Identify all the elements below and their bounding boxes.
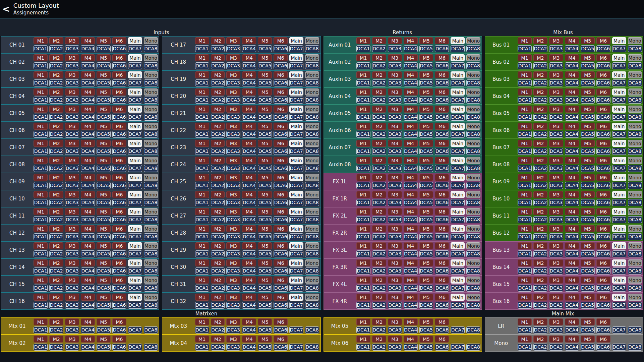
assign-dca5-button[interactable]: DCA5 — [97, 302, 111, 309]
assign-dca8-button[interactable]: DCA8 — [305, 250, 319, 257]
assign-m5-button[interactable]: M5 — [97, 242, 111, 249]
assign-dca4-button[interactable]: DCA4 — [81, 250, 95, 257]
assign-m2-button[interactable]: M2 — [49, 191, 63, 198]
assign-dca8-button[interactable]: DCA8 — [466, 131, 480, 138]
assign-m6-button[interactable]: M6 — [112, 277, 126, 284]
assign-dca1-button[interactable]: DCA1 — [356, 326, 370, 334]
assign-dca8-button[interactable]: DCA8 — [144, 165, 158, 172]
assign-dca3-button[interactable]: DCA3 — [388, 165, 402, 172]
assign-dca8-button[interactable]: DCA8 — [628, 344, 642, 351]
assign-mono-button[interactable]: Mono — [144, 259, 158, 266]
assign-main-button[interactable]: Main — [128, 242, 142, 249]
assign-m1-button[interactable]: M1 — [195, 37, 209, 44]
assign-m5-button[interactable]: M5 — [258, 140, 272, 147]
assign-dca4-button[interactable]: DCA4 — [565, 97, 579, 104]
assign-m3-button[interactable]: M3 — [226, 336, 240, 343]
assign-dca5-button[interactable]: DCA5 — [581, 182, 595, 189]
assign-dca6-button[interactable]: DCA6 — [435, 165, 449, 172]
assign-dca1-button[interactable]: DCA1 — [518, 45, 532, 52]
assign-mono-button[interactable]: Mono — [144, 174, 158, 181]
assign-m2-button[interactable]: M2 — [372, 71, 386, 78]
assign-m3-button[interactable]: M3 — [388, 88, 402, 96]
assign-dca3-button[interactable]: DCA3 — [549, 344, 563, 351]
assign-m6-button[interactable]: M6 — [596, 140, 610, 147]
assign-m5-button[interactable]: M5 — [97, 140, 111, 147]
assign-dca3-button[interactable]: DCA3 — [65, 302, 79, 309]
assign-main-button[interactable]: Main — [289, 140, 303, 147]
assign-dca7-button[interactable]: DCA7 — [612, 267, 626, 275]
assign-mono-button[interactable]: Mono — [628, 259, 642, 266]
assign-dca1-button[interactable]: DCA1 — [356, 267, 370, 275]
assign-m6-button[interactable]: M6 — [435, 191, 449, 198]
assign-dca2-button[interactable]: DCA2 — [49, 165, 63, 172]
assign-dca2-button[interactable]: DCA2 — [49, 148, 63, 155]
assign-main-button[interactable]: Main — [612, 88, 626, 96]
assign-m3-button[interactable]: M3 — [549, 123, 563, 130]
assign-dca6-button[interactable]: DCA6 — [274, 114, 288, 121]
assign-dca5-button[interactable]: DCA5 — [97, 182, 111, 189]
assign-m3-button[interactable]: M3 — [388, 157, 402, 164]
assign-dca4-button[interactable]: DCA4 — [242, 216, 256, 223]
assign-m2-button[interactable]: M2 — [372, 54, 386, 61]
assign-m1-button[interactable]: M1 — [518, 277, 532, 284]
assign-main-button[interactable]: Main — [289, 123, 303, 130]
assign-m6-button[interactable]: M6 — [435, 336, 449, 343]
assign-m5-button[interactable]: M5 — [581, 37, 595, 44]
assign-m3-button[interactable]: M3 — [388, 37, 402, 44]
assign-mono-button[interactable]: Mono — [466, 174, 480, 181]
assign-dca1-button[interactable]: DCA1 — [518, 97, 532, 104]
assign-dca3-button[interactable]: DCA3 — [226, 45, 240, 52]
assign-dca7-button[interactable]: DCA7 — [612, 233, 626, 240]
assign-dca1-button[interactable]: DCA1 — [195, 182, 209, 189]
assign-m5-button[interactable]: M5 — [419, 318, 433, 325]
assign-dca3-button[interactable]: DCA3 — [226, 182, 240, 189]
assign-dca4-button[interactable]: DCA4 — [565, 148, 579, 155]
assign-dca2-button[interactable]: DCA2 — [533, 165, 547, 172]
assign-m2-button[interactable]: M2 — [372, 106, 386, 113]
assign-dca6-button[interactable]: DCA6 — [596, 302, 610, 309]
assign-dca5-button[interactable]: DCA5 — [258, 216, 272, 223]
assign-dca6-button[interactable]: DCA6 — [435, 148, 449, 155]
assign-dca5-button[interactable]: DCA5 — [97, 165, 111, 172]
assign-m4-button[interactable]: M4 — [242, 37, 256, 44]
assign-m1-button[interactable]: M1 — [195, 318, 209, 325]
assign-dca2-button[interactable]: DCA2 — [533, 148, 547, 155]
assign-dca4-button[interactable]: DCA4 — [565, 250, 579, 257]
assign-dca8-button[interactable]: DCA8 — [466, 216, 480, 223]
assign-dca6-button[interactable]: DCA6 — [274, 267, 288, 275]
assign-m5-button[interactable]: M5 — [258, 54, 272, 61]
assign-dca4-button[interactable]: DCA4 — [404, 131, 418, 138]
assign-m3-button[interactable]: M3 — [65, 242, 79, 249]
assign-m6-button[interactable]: M6 — [112, 336, 126, 343]
assign-dca7-button[interactable]: DCA7 — [128, 131, 142, 138]
assign-dca4-button[interactable]: DCA4 — [565, 199, 579, 206]
assign-m1-button[interactable]: M1 — [34, 336, 48, 343]
assign-m2-button[interactable]: M2 — [49, 71, 63, 78]
assign-dca7-button[interactable]: DCA7 — [289, 165, 303, 172]
assign-dca5-button[interactable]: DCA5 — [581, 344, 595, 351]
assign-mono-button[interactable]: Mono — [466, 277, 480, 284]
assign-dca1-button[interactable]: DCA1 — [195, 79, 209, 86]
assign-dca8-button[interactable]: DCA8 — [144, 267, 158, 275]
assign-dca3-button[interactable]: DCA3 — [226, 199, 240, 206]
assign-m2-button[interactable]: M2 — [211, 242, 225, 249]
assign-dca3-button[interactable]: DCA3 — [226, 79, 240, 86]
assign-main-button[interactable]: Main — [128, 259, 142, 266]
assign-dca6-button[interactable]: DCA6 — [112, 285, 126, 292]
assign-dca7-button[interactable]: DCA7 — [451, 250, 465, 257]
assign-m1-button[interactable]: M1 — [356, 106, 370, 113]
assign-m3-button[interactable]: M3 — [549, 54, 563, 61]
assign-m1-button[interactable]: M1 — [356, 225, 370, 232]
assign-main-button[interactable]: Main — [289, 277, 303, 284]
assign-mono-button[interactable]: Mono — [144, 54, 158, 61]
assign-m5-button[interactable]: M5 — [419, 106, 433, 113]
assign-m4-button[interactable]: M4 — [404, 37, 418, 44]
assign-dca8-button[interactable]: DCA8 — [144, 114, 158, 121]
assign-main-button[interactable]: Main — [612, 37, 626, 44]
assign-dca5-button[interactable]: DCA5 — [258, 114, 272, 121]
assign-dca5-button[interactable]: DCA5 — [258, 131, 272, 138]
assign-m5-button[interactable]: M5 — [97, 225, 111, 232]
assign-mono-button[interactable]: Mono — [466, 191, 480, 198]
assign-dca5-button[interactable]: DCA5 — [97, 131, 111, 138]
assign-m6-button[interactable]: M6 — [112, 242, 126, 249]
